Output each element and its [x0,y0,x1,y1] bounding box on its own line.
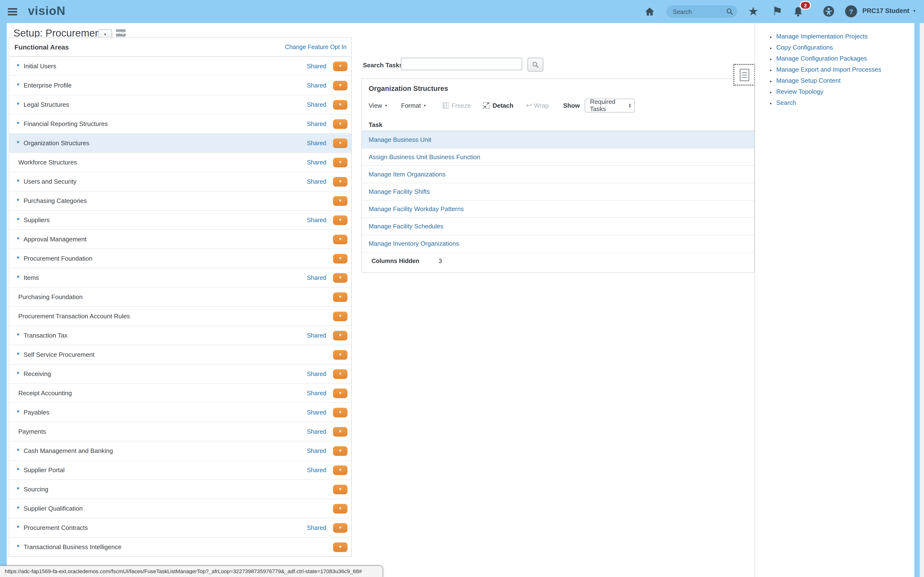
help-icon[interactable]: ? [845,5,857,17]
task-row[interactable]: Manage Inventory Organizations [362,235,754,253]
favorites-icon[interactable]: ★ [748,3,759,19]
area-actions-dropdown-button[interactable]: ▼ [333,234,347,244]
vertical-scrollbar[interactable] [920,0,924,577]
functional-area-row[interactable]: Purchasing Foundation ▼ [9,287,351,307]
task-row[interactable]: Manage Business Unit [362,131,754,148]
shared-link[interactable]: Shared [307,467,326,473]
area-actions-dropdown-button[interactable]: ▼ [333,254,347,263]
functional-area-row[interactable]: * Self Service Procurement ▼ [9,345,351,364]
side-menu-link[interactable]: Manage Export and Import Processes [776,64,914,75]
functional-area-row[interactable]: * Purchasing Categories ▼ [9,191,351,211]
functional-area-row[interactable]: * Transactional Business Intelligence ▼ [9,538,351,557]
functional-area-row[interactable]: * Sourcing ▼ [9,480,351,499]
area-actions-dropdown-button[interactable]: ▼ [333,215,347,225]
task-link[interactable]: Manage Item Organizations [368,171,446,178]
shared-link[interactable]: Shared [307,159,326,166]
shared-link[interactable]: Shared [307,428,326,435]
functional-area-row[interactable]: * Enterprise Profile Shared ▼ [9,76,351,95]
area-actions-dropdown-button[interactable]: ▼ [333,523,347,532]
shared-link[interactable]: Shared [307,121,326,127]
task-link[interactable]: Manage Business Unit [368,136,431,143]
functional-area-row[interactable]: * Approval Management ▼ [9,230,351,249]
task-row[interactable]: Manage Facility Shifts [362,183,754,200]
functional-area-row[interactable]: * Suppliers Shared ▼ [9,211,351,230]
task-row[interactable]: Assign Business Unit Business Function [362,148,754,166]
global-search-input[interactable] [672,6,722,18]
area-actions-dropdown-button[interactable]: ▼ [333,119,347,129]
detach-button[interactable]: Detach [483,102,514,109]
area-actions-dropdown-button[interactable]: ▼ [333,292,347,302]
area-actions-dropdown-button[interactable]: ▼ [333,504,347,513]
area-actions-dropdown-button[interactable]: ▼ [333,61,347,71]
shared-link[interactable]: Shared [307,140,326,147]
search-tasks-input[interactable] [401,58,522,70]
shared-link[interactable]: Shared [307,82,326,89]
task-link[interactable]: Assign Business Unit Business Function [368,153,480,161]
format-menu[interactable]: Format ▼ [401,102,426,109]
area-actions-dropdown-button[interactable]: ▼ [333,408,347,417]
task-link[interactable]: Manage Inventory Organizations [368,240,459,247]
search-icon[interactable] [726,8,733,17]
task-link[interactable]: Manage Facility Schedules [368,222,443,230]
area-actions-dropdown-button[interactable]: ▼ [333,484,347,494]
watchlist-flag-icon[interactable]: ⚑ [772,3,783,19]
navigator-menu-icon[interactable] [8,8,17,16]
shared-link[interactable]: Shared [307,409,326,416]
functional-area-row[interactable]: Procurement Transaction Account Rules ▼ [9,307,351,326]
functional-area-row[interactable]: * Legal Structures Shared ▼ [9,95,351,114]
task-row[interactable]: Manage Facility Workday Patterns [362,200,754,218]
functional-area-row[interactable]: * Procurement Contracts Shared ▼ [9,518,351,538]
area-actions-dropdown-button[interactable]: ▼ [333,158,347,167]
functional-area-row[interactable]: * Supplier Qualification ▼ [9,499,351,518]
area-actions-dropdown-button[interactable]: ▼ [333,177,347,186]
shared-link[interactable]: Shared [307,371,326,377]
functional-area-row[interactable]: * Initial Users Shared ▼ [9,57,351,76]
side-menu-link[interactable]: Review Topology [776,86,914,97]
functional-area-row[interactable]: * Users and Security Shared ▼ [9,172,351,191]
side-menu-link[interactable]: Manage Configuration Packages [776,53,914,64]
shared-link[interactable]: Shared [307,524,326,531]
user-menu[interactable]: PRC17 Student▼ [863,7,916,15]
area-actions-dropdown-button[interactable]: ▼ [333,465,347,475]
area-actions-dropdown-button[interactable]: ▼ [333,542,347,552]
shared-link[interactable]: Shared [307,274,326,281]
side-menu-link[interactable]: Copy Configurations [776,42,914,53]
functional-area-row[interactable]: Receipt Accounting Shared ▼ [9,384,351,403]
shared-link[interactable]: Shared [307,447,326,454]
area-actions-dropdown-button[interactable]: ▼ [333,388,347,398]
area-actions-dropdown-button[interactable]: ▼ [333,81,347,90]
area-actions-dropdown-button[interactable]: ▼ [333,369,347,379]
area-actions-dropdown-button[interactable]: ▼ [333,273,347,282]
home-icon[interactable] [644,6,656,17]
show-filter-select[interactable]: Required Tasks ▲▼ [585,98,635,112]
functional-area-row[interactable]: * Supplier Portal Shared ▼ [9,461,351,480]
shared-link[interactable]: Shared [307,63,326,69]
functional-area-row[interactable]: Payments Shared ▼ [9,422,351,442]
change-feature-opt-in-link[interactable]: Change Feature Opt In [285,44,347,50]
functional-area-row[interactable]: * Transaction Tax Shared ▼ [9,326,351,345]
task-list-panel-toggle-button[interactable] [733,64,755,85]
side-menu-link[interactable]: Search [776,97,914,108]
area-actions-dropdown-button[interactable]: ▼ [333,427,347,436]
shared-link[interactable]: Shared [307,332,326,339]
shared-link[interactable]: Shared [307,217,326,223]
area-actions-dropdown-button[interactable]: ▼ [333,446,347,456]
functional-area-row[interactable]: * Items Shared ▼ [9,268,351,287]
functional-area-row[interactable]: * Cash Management and Banking Shared ▼ [9,442,351,461]
functional-area-row[interactable]: * Procurement Foundation ▼ [9,249,351,268]
functional-area-row[interactable]: * Financial Reporting Structures Shared … [9,114,351,134]
area-actions-dropdown-button[interactable]: ▼ [333,100,347,110]
functional-area-row[interactable]: * Organization Structures Shared ▼ [9,134,351,153]
accessibility-icon[interactable] [823,5,835,17]
shared-link[interactable]: Shared [307,390,326,396]
area-actions-dropdown-button[interactable]: ▼ [333,138,347,148]
area-actions-dropdown-button[interactable]: ▼ [333,311,347,321]
shared-link[interactable]: Shared [307,178,326,185]
functional-area-row[interactable]: Workforce Structures Shared ▼ [9,153,351,172]
task-row[interactable]: Manage Item Organizations [362,166,754,183]
task-link[interactable]: Manage Facility Workday Patterns [368,205,464,213]
functional-area-row[interactable]: * Payables Shared ▼ [9,403,351,422]
task-link[interactable]: Manage Facility Shifts [368,188,430,195]
area-actions-dropdown-button[interactable]: ▼ [333,330,347,340]
view-menu[interactable]: View ▼ [368,102,388,109]
